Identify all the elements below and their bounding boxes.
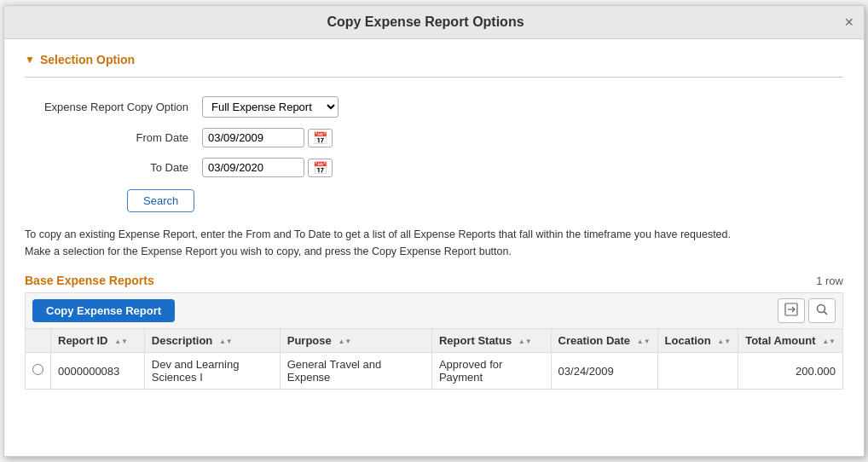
table-header-row: Report ID ▲▼ Description ▲▼ Purpose ▲▼ R… bbox=[26, 329, 843, 353]
from-date-calendar-button[interactable]: 📅 bbox=[308, 129, 333, 147]
cell-location bbox=[657, 353, 738, 390]
base-reports-header: Base Expense Reports 1 row bbox=[25, 274, 843, 287]
report-id-sort[interactable]: ▲▼ bbox=[114, 338, 128, 345]
row-count: 1 row bbox=[816, 274, 843, 287]
cell-creation-date: 03/24/2009 bbox=[551, 353, 657, 390]
th-location: Location ▲▼ bbox=[657, 329, 738, 353]
location-sort[interactable]: ▲▼ bbox=[717, 338, 731, 345]
base-reports-title: Base Expense Reports bbox=[25, 274, 154, 287]
cell-purpose: General Travel and Expense bbox=[280, 353, 431, 390]
th-report-status: Report Status ▲▼ bbox=[431, 329, 551, 353]
creation-date-sort[interactable]: ▲▼ bbox=[637, 338, 651, 345]
from-date-label: From Date bbox=[25, 123, 195, 153]
dialog-title: Copy Expense Report Options bbox=[327, 14, 524, 29]
cell-total-amount: 200.000 bbox=[738, 353, 843, 390]
status-sort[interactable]: ▲▼ bbox=[518, 338, 532, 345]
search-icon bbox=[815, 303, 829, 316]
description-sort[interactable]: ▲▼ bbox=[219, 338, 233, 345]
row-radio[interactable] bbox=[32, 364, 43, 375]
cell-description: Dev and Learning Sciences I bbox=[144, 353, 280, 390]
selection-option-form: Expense Report Copy Option Full Expense … bbox=[25, 91, 843, 182]
info-text-line1: To copy an existing Expense Report, ente… bbox=[25, 226, 843, 243]
to-date-label: To Date bbox=[25, 153, 195, 182]
search-button-container: Search bbox=[25, 182, 843, 212]
th-select bbox=[26, 329, 51, 353]
export-icon bbox=[784, 303, 798, 316]
row-select-cell[interactable] bbox=[26, 353, 51, 390]
copy-option-label: Expense Report Copy Option bbox=[25, 91, 195, 123]
to-date-row: To Date 📅 bbox=[25, 153, 843, 182]
th-report-id: Report ID ▲▼ bbox=[51, 329, 145, 353]
close-button[interactable]: × bbox=[844, 14, 854, 30]
from-date-row: From Date 📅 bbox=[25, 123, 843, 153]
base-reports-toolbar: Copy Expense Report bbox=[25, 292, 843, 328]
table-header: Report ID ▲▼ Description ▲▼ Purpose ▲▼ R… bbox=[26, 329, 843, 353]
section-collapse-icon[interactable]: ▼ bbox=[25, 54, 35, 66]
copy-expense-report-dialog: Copy Expense Report Options × ▼ Selectio… bbox=[3, 5, 865, 457]
total-amount-sort[interactable]: ▲▼ bbox=[822, 338, 836, 345]
to-date-input[interactable] bbox=[202, 158, 304, 177]
purpose-sort[interactable]: ▲▼ bbox=[338, 338, 351, 345]
info-text: To copy an existing Expense Report, ente… bbox=[25, 226, 843, 260]
copy-option-control: Full Expense Report Header Only Partial bbox=[202, 96, 836, 118]
search-button[interactable]: Search bbox=[127, 189, 194, 212]
dialog-title-bar: Copy Expense Report Options × bbox=[4, 6, 864, 39]
copy-option-row: Expense Report Copy Option Full Expense … bbox=[25, 91, 843, 123]
th-creation-date: Creation Date ▲▼ bbox=[551, 329, 657, 353]
section-divider bbox=[25, 77, 843, 78]
table-row: 0000000083 Dev and Learning Sciences I G… bbox=[26, 353, 843, 390]
search-icon-button[interactable] bbox=[808, 298, 836, 323]
dialog-body: ▼ Selection Option Expense Report Copy O… bbox=[4, 39, 864, 403]
selection-option-label: Selection Option bbox=[40, 53, 135, 66]
to-date-control: 📅 bbox=[202, 158, 836, 177]
th-description: Description ▲▼ bbox=[144, 329, 280, 353]
copy-expense-report-button[interactable]: Copy Expense Report bbox=[32, 299, 175, 322]
base-reports-table: Report ID ▲▼ Description ▲▼ Purpose ▲▼ R… bbox=[25, 328, 843, 390]
to-date-calendar-button[interactable]: 📅 bbox=[308, 159, 333, 177]
cell-report-id: 0000000083 bbox=[51, 353, 145, 390]
info-text-line2: Make a selection for the Expense Report … bbox=[25, 243, 843, 260]
toolbar-right-buttons bbox=[778, 298, 836, 323]
th-purpose: Purpose ▲▼ bbox=[280, 329, 431, 353]
th-total-amount: Total Amount ▲▼ bbox=[738, 329, 843, 353]
table-body: 0000000083 Dev and Learning Sciences I G… bbox=[26, 353, 843, 390]
cell-status: Approved for Payment bbox=[431, 353, 551, 390]
svg-point-2 bbox=[818, 305, 825, 313]
copy-option-select[interactable]: Full Expense Report Header Only Partial bbox=[202, 96, 339, 118]
selection-option-header: ▼ Selection Option bbox=[25, 53, 843, 66]
from-date-control: 📅 bbox=[202, 128, 836, 147]
export-icon-button[interactable] bbox=[778, 298, 805, 323]
from-date-input[interactable] bbox=[202, 128, 304, 147]
svg-line-3 bbox=[825, 312, 828, 315]
